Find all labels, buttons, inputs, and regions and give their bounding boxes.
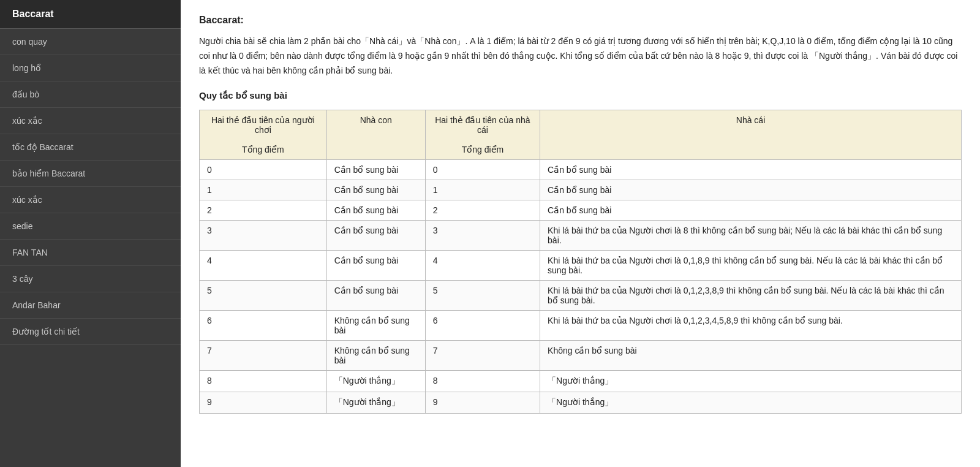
nha-cai-action: Cần bổ sung bài [540, 180, 962, 200]
nha-con-action: Cần bổ sung bài [326, 221, 425, 251]
col-header-banker-cards: Hai thẻ đầu tiên của nhà cáiTổng điểm [425, 110, 540, 160]
section-title: Quy tắc bổ sung bài [199, 90, 962, 101]
player-score: 1 [200, 180, 327, 200]
nha-con-action: Cần bổ sung bài [326, 200, 425, 221]
player-score: 2 [200, 200, 327, 221]
nha-con-action: Không cần bổ sung bài [326, 311, 425, 341]
player-score: 5 [200, 281, 327, 311]
player-score: 3 [200, 221, 327, 251]
banker-score: 2 [425, 200, 540, 221]
sidebar-item-xuc-xac-1[interactable]: xúc xắc [0, 108, 181, 134]
banker-score: 8 [425, 371, 540, 392]
table-body: 0Cần bổ sung bài0Cần bổ sung bài1Cần bổ … [200, 160, 962, 414]
nha-cai-action: Khi lá bài thứ ba của Người chơi là 8 th… [540, 221, 962, 251]
col-header-player: Hai thẻ đầu tiên của người chơiTổng điểm [200, 110, 327, 160]
table-row: 4Cần bổ sung bài4Khi lá bài thứ ba của N… [200, 251, 962, 281]
banker-score: 4 [425, 251, 540, 281]
table-row: 7Không cần bổ sung bài7Không cần bổ sung… [200, 341, 962, 371]
sidebar-item-sedie[interactable]: sedie [0, 213, 181, 240]
player-score: 9 [200, 392, 327, 414]
sidebar-item-con-quay[interactable]: con quay [0, 29, 181, 55]
sidebar-item-andar-bahar[interactable]: Andar Bahar [0, 292, 181, 319]
sidebar-item-xuc-xac-2[interactable]: xúc xắc [0, 187, 181, 213]
intro-text: Người chia bài sẽ chia làm 2 phần bài ch… [199, 34, 962, 78]
nha-con-action: Cần bổ sung bài [326, 160, 425, 180]
nha-con-action: Cần bổ sung bài [326, 251, 425, 281]
table-row: 6Không cần bổ sung bài6Khi lá bài thứ ba… [200, 311, 962, 341]
table-row: 2Cần bổ sung bài2Cần bổ sung bài [200, 200, 962, 221]
nha-cai-action: Cần bổ sung bài [540, 160, 962, 180]
player-score: 8 [200, 371, 327, 392]
sidebar-item-3-cay[interactable]: 3 cây [0, 266, 181, 292]
sidebar-title: Baccarat [0, 0, 181, 29]
table-row: 8「Người thắng」8「Người thắng」 [200, 371, 962, 392]
nha-cai-action: 「Người thắng」 [540, 371, 962, 392]
nha-con-action: Cần bổ sung bài [326, 180, 425, 200]
nha-cai-action: Cần bổ sung bài [540, 200, 962, 221]
table-row: 5Cần bổ sung bài5Khi lá bài thứ ba của N… [200, 281, 962, 311]
rules-table: Hai thẻ đầu tiên của người chơiTổng điểm… [199, 110, 962, 414]
table-row: 0Cần bổ sung bài0Cần bổ sung bài [200, 160, 962, 180]
nha-cai-action: Không cần bổ sung bài [540, 341, 962, 371]
player-score: 0 [200, 160, 327, 180]
nha-cai-action: Khi lá bài thứ ba của Người chơi là 0,1,… [540, 251, 962, 281]
main-content: Baccarat: Người chia bài sẽ chia làm 2 p… [181, 0, 980, 467]
nha-cai-action: 「Người thắng」 [540, 392, 962, 414]
sidebar-item-toc-do-baccarat[interactable]: tốc độ Baccarat [0, 134, 181, 161]
banker-score: 5 [425, 281, 540, 311]
sidebar-item-duong-tot-chi-tiet[interactable]: Đường tốt chi tiết [0, 319, 181, 345]
col-header-nha-cai: Nhà cái [540, 110, 962, 160]
banker-score: 3 [425, 221, 540, 251]
nha-con-action: Không cần bổ sung bài [326, 341, 425, 371]
banker-score: 7 [425, 341, 540, 371]
banker-score: 6 [425, 311, 540, 341]
sidebar-item-dau-bo[interactable]: đấu bò [0, 82, 181, 108]
sidebar-item-long-ho[interactable]: long hổ [0, 55, 181, 82]
player-score: 7 [200, 341, 327, 371]
banker-score: 9 [425, 392, 540, 414]
player-score: 6 [200, 311, 327, 341]
page-title: Baccarat: [199, 15, 962, 26]
sidebar-item-fan-tan[interactable]: FAN TAN [0, 240, 181, 266]
nha-cai-action: Khi lá bài thứ ba của Người chơi là 0,1,… [540, 311, 962, 341]
sidebar-items: con quaylong hổđấu bòxúc xắctốc độ Bacca… [0, 29, 181, 345]
table-row: 1Cần bổ sung bài1Cần bổ sung bài [200, 180, 962, 200]
nha-con-action: 「Người thắng」 [326, 392, 425, 414]
table-row: 9「Người thắng」9「Người thắng」 [200, 392, 962, 414]
nha-con-action: 「Người thắng」 [326, 371, 425, 392]
banker-score: 0 [425, 160, 540, 180]
table-row: 3Cần bổ sung bài3Khi lá bài thứ ba của N… [200, 221, 962, 251]
sidebar-item-bao-hiem-baccarat[interactable]: bảo hiểm Baccarat [0, 161, 181, 187]
player-score: 4 [200, 251, 327, 281]
nha-cai-action: Khi lá bài thứ ba của Người chơi là 0,1,… [540, 281, 962, 311]
nha-con-action: Cần bổ sung bài [326, 281, 425, 311]
col-header-nha-con: Nhà con [326, 110, 425, 160]
banker-score: 1 [425, 180, 540, 200]
sidebar: Baccarat con quaylong hổđấu bòxúc xắctốc… [0, 0, 181, 467]
